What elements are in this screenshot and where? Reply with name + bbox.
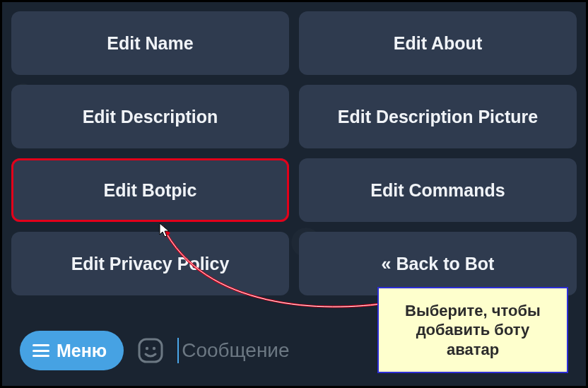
edit-botpic-button[interactable]: Edit Botpic [11,158,289,222]
hamburger-icon [33,344,49,357]
callout-text: Выберите, чтобы добавить боту аватар [405,302,541,358]
edit-description-button[interactable]: Edit Description [11,85,289,148]
edit-commands-button[interactable]: Edit Commands [299,158,577,222]
svg-point-3 [153,347,155,350]
edit-about-button[interactable]: Edit About [299,11,577,75]
menu-label: Меню [57,341,107,361]
back-to-bot-button[interactable]: « Back to Bot [299,232,577,295]
svg-rect-1 [139,339,162,362]
menu-button[interactable]: Меню [20,331,124,370]
button-label: Edit Privacy Policy [71,254,230,274]
button-label: Edit Description Picture [338,107,538,127]
text-caret [177,338,179,363]
button-label: Edit Description [83,107,218,127]
svg-point-2 [146,347,148,350]
message-placeholder: Сообщение [182,339,289,362]
sticker-icon[interactable] [136,336,165,365]
edit-description-picture-button[interactable]: Edit Description Picture [299,85,577,148]
button-label: « Back to Bot [382,254,495,274]
button-label: Edit Name [107,33,193,54]
button-label: Edit Commands [370,180,505,201]
button-label: Edit Botpic [104,180,197,201]
annotation-callout: Выберите, чтобы добавить боту аватар [377,287,568,374]
edit-privacy-policy-button[interactable]: Edit Privacy Policy [11,232,289,295]
edit-name-button[interactable]: Edit Name [11,11,289,75]
inline-keyboard: Edit Name Edit About Edit Description Ed… [11,11,577,295]
button-label: Edit About [394,33,482,54]
